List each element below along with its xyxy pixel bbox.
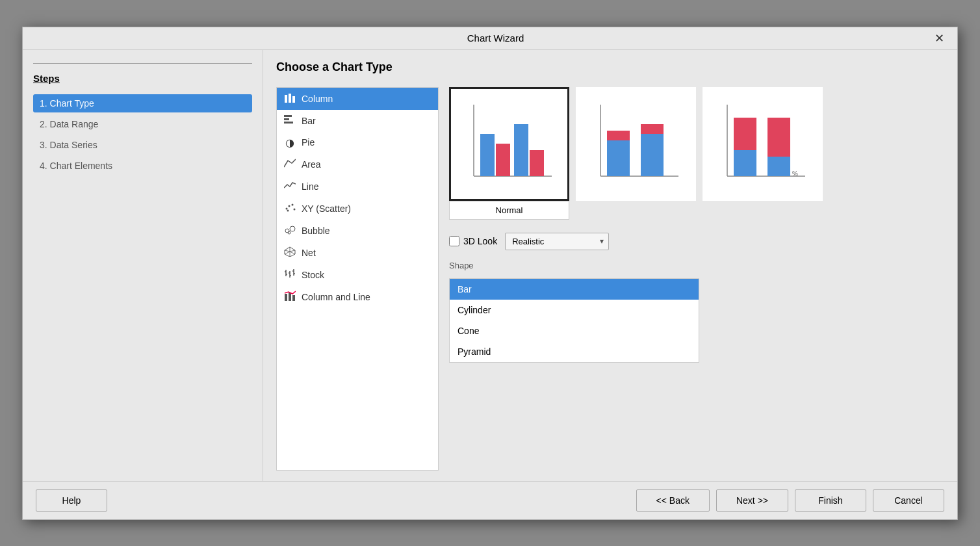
svg-rect-5 <box>284 122 293 124</box>
net-icon <box>283 246 296 259</box>
svg-rect-2 <box>292 96 295 103</box>
chart-type-line[interactable]: Line <box>277 176 438 198</box>
svg-rect-50 <box>767 157 790 176</box>
cancel-button[interactable]: Cancel <box>873 489 944 512</box>
subtype-label-1: Normal <box>449 201 569 220</box>
chart-type-xy-label: XY (Scatter) <box>302 203 351 214</box>
svg-rect-37 <box>514 124 528 176</box>
svg-rect-38 <box>530 150 544 176</box>
svg-line-19 <box>285 252 290 254</box>
help-button[interactable]: Help <box>36 489 107 512</box>
chart-type-pie-label: Pie <box>302 137 315 148</box>
svg-rect-4 <box>284 118 289 120</box>
svg-rect-49 <box>767 118 790 157</box>
svg-point-11 <box>285 229 289 233</box>
shape-list: Bar Cylinder Cone Pyramid <box>449 278 699 363</box>
svg-rect-31 <box>289 292 291 301</box>
chart-wizard-dialog: Chart Wizard ✕ Steps 1. Chart Type 2. Da… <box>22 27 958 520</box>
chart-type-area[interactable]: Area <box>277 153 438 176</box>
shape-pyramid[interactable]: Pyramid <box>450 341 699 362</box>
svg-text:%: % <box>792 170 798 177</box>
svg-rect-35 <box>480 134 495 176</box>
col-line-icon <box>283 291 296 304</box>
threed-checkbox[interactable] <box>449 236 459 246</box>
shape-cylinder[interactable]: Cylinder <box>450 300 699 320</box>
svg-point-12 <box>290 226 295 231</box>
column-icon <box>283 92 296 105</box>
chart-type-column[interactable]: Column <box>277 88 438 110</box>
dialog-body: Steps 1. Chart Type 2. Data Range 3. Dat… <box>23 50 957 481</box>
footer: Help << Back Next >> Finish Cancel <box>23 481 957 519</box>
next-button[interactable]: Next >> <box>716 489 788 512</box>
svg-rect-32 <box>292 295 295 301</box>
dropdown-wrapper: Realistic Simple Classic <box>505 233 609 250</box>
bubble-icon <box>283 224 296 237</box>
subtype-card-3[interactable]: % <box>703 87 823 201</box>
threed-look-wrapper: 3D Look <box>449 236 497 246</box>
chart-type-xy[interactable]: XY (Scatter) <box>277 198 438 220</box>
svg-rect-0 <box>285 95 287 103</box>
chart-type-column-label: Column <box>302 94 333 104</box>
chart-type-col-line[interactable]: Column and Line <box>277 286 438 308</box>
svg-rect-44 <box>641 124 664 134</box>
titlebar: Chart Wizard ✕ <box>23 27 957 50</box>
subtype-card-1[interactable] <box>449 87 569 201</box>
xy-icon <box>283 202 296 215</box>
step-3-item[interactable]: 3. Data Series <box>33 136 252 154</box>
svg-point-10 <box>287 209 289 211</box>
shape-label: Shape <box>449 261 934 270</box>
chart-type-line-label: Line <box>302 181 318 192</box>
threed-label: 3D Look <box>463 236 497 246</box>
chart-type-bar-label: Bar <box>302 116 316 126</box>
line-icon <box>283 180 296 193</box>
shape-bar[interactable]: Bar <box>450 279 699 300</box>
bar-icon <box>283 114 296 127</box>
subtype-container-1: Normal <box>449 87 569 222</box>
chart-type-bar[interactable]: Bar <box>277 110 438 132</box>
pie-icon: ◑ <box>283 136 296 149</box>
chart-type-list: Column Bar ◑ Pie <box>276 87 439 471</box>
chart-options: Normal <box>439 87 944 471</box>
svg-rect-3 <box>284 115 292 117</box>
svg-line-20 <box>285 250 290 252</box>
chart-type-area-label: Area <box>302 159 321 170</box>
svg-rect-41 <box>607 140 630 176</box>
section-title: Choose a Chart Type <box>276 60 944 74</box>
svg-point-9 <box>294 208 296 210</box>
chart-type-stock-label: Stock <box>302 270 324 280</box>
finish-button[interactable]: Finish <box>795 489 866 512</box>
svg-rect-47 <box>734 118 756 150</box>
shape-cone[interactable]: Cone <box>450 320 699 341</box>
chart-type-net[interactable]: Net <box>277 242 438 264</box>
step-2-item[interactable]: 2. Data Range <box>33 115 252 133</box>
footer-right: << Back Next >> Finish Cancel <box>636 489 944 512</box>
svg-point-8 <box>292 203 294 205</box>
back-button[interactable]: << Back <box>636 489 710 512</box>
right-panel: Choose a Chart Type Column Bar <box>263 50 957 481</box>
subtypes-row: Normal <box>449 87 934 222</box>
chart-type-pie[interactable]: ◑ Pie <box>277 132 438 153</box>
chart-type-stock[interactable]: Stock <box>277 264 438 286</box>
svg-rect-1 <box>289 94 291 103</box>
svg-point-6 <box>286 207 288 209</box>
steps-panel: Steps 1. Chart Type 2. Data Range 3. Dat… <box>23 50 263 481</box>
chart-type-net-label: Net <box>302 248 316 258</box>
realistic-dropdown[interactable]: Realistic Simple Classic <box>505 233 609 250</box>
svg-rect-36 <box>496 144 510 176</box>
close-button[interactable]: ✕ <box>932 32 947 44</box>
subtype-card-2[interactable] <box>576 87 696 201</box>
step-1-item[interactable]: 1. Chart Type <box>33 94 252 112</box>
svg-point-7 <box>289 205 290 207</box>
svg-rect-30 <box>285 294 287 301</box>
dialog-title: Chart Wizard <box>59 32 932 44</box>
chart-type-bubble-label: Bubble <box>302 226 330 236</box>
options-row: 3D Look Realistic Simple Classic <box>449 233 934 250</box>
chart-area: Column Bar ◑ Pie <box>276 87 944 471</box>
chart-type-bubble[interactable]: Bubble <box>277 220 438 242</box>
step-4-item[interactable]: 4. Chart Elements <box>33 157 252 175</box>
svg-line-16 <box>290 250 295 252</box>
svg-rect-42 <box>607 131 630 140</box>
svg-rect-48 <box>734 150 756 176</box>
svg-line-17 <box>290 252 295 254</box>
svg-rect-43 <box>641 134 664 176</box>
